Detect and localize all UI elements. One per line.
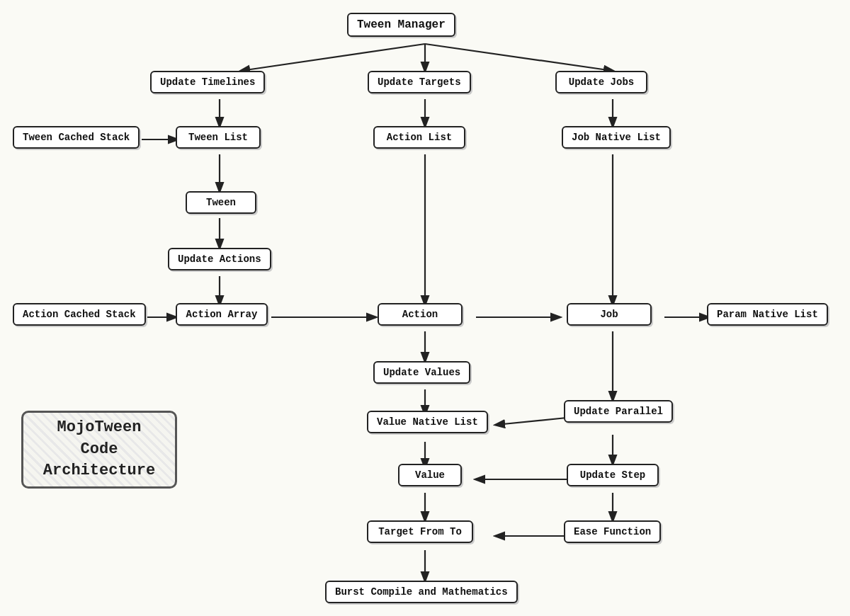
tween-cached-stack-node: Tween Cached Stack: [13, 126, 140, 149]
update-values-node: Update Values: [373, 361, 470, 384]
job-node: Job: [567, 303, 652, 326]
update-parallel-node: Update Parallel: [564, 400, 673, 423]
tween-list-node: Tween List: [176, 126, 261, 149]
svg-line-19: [496, 418, 567, 425]
update-timelines-node: Update Timelines: [150, 71, 265, 93]
update-actions-node: Update Actions: [168, 248, 271, 270]
diagram-container: Tween Manager Update Timelines Update Ta…: [0, 0, 850, 616]
burst-compile-node: Burst Compile and Mathematics: [325, 581, 518, 603]
logo-text: MojoTween Code Architecture: [36, 417, 162, 482]
tween-node: Tween: [186, 191, 256, 214]
tween-manager-node: Tween Manager: [347, 13, 455, 37]
ease-function-node: Ease Function: [564, 520, 661, 543]
action-array-node: Action Array: [176, 303, 268, 326]
svg-line-0: [241, 44, 425, 71]
action-list-node: Action List: [373, 126, 465, 149]
value-native-list-node: Value Native List: [367, 411, 488, 433]
update-targets-node: Update Targets: [368, 71, 471, 93]
svg-line-2: [425, 44, 613, 71]
update-jobs-node: Update Jobs: [555, 71, 647, 93]
value-node: Value: [398, 464, 462, 486]
job-native-list-node: Job Native List: [562, 126, 671, 149]
target-from-to-node: Target From To: [367, 520, 473, 543]
update-step-node: Update Step: [567, 464, 659, 486]
action-node: Action: [378, 303, 463, 326]
logo-box: MojoTween Code Architecture: [21, 411, 177, 489]
action-cached-stack-node: Action Cached Stack: [13, 303, 146, 326]
param-native-list-node: Param Native List: [707, 303, 828, 326]
